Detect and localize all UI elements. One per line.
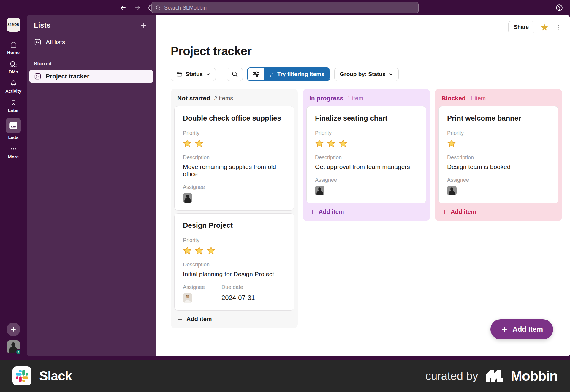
all-lists-icon xyxy=(34,38,42,46)
column-header: In progress 1 item xyxy=(306,92,426,106)
rail-bottom: z xyxy=(7,323,20,356)
rail-item-label: Lists xyxy=(8,135,18,140)
rail-item-label: DMs xyxy=(9,69,18,74)
rail-item-home[interactable]: Home xyxy=(7,41,20,55)
search-icon xyxy=(155,5,161,11)
curated-by-text: curated by xyxy=(425,370,478,382)
priority-stars xyxy=(183,246,286,255)
try-filtering-button[interactable]: Try filtering items xyxy=(264,68,330,80)
create-new-button[interactable] xyxy=(7,323,20,336)
card-title: Double check office supplies xyxy=(183,114,286,122)
rail-item-lists[interactable]: Lists xyxy=(6,118,21,140)
card-print-welcome-banner[interactable]: Print welcome banner Priority Descriptio… xyxy=(438,106,558,203)
rail-item-more[interactable]: More xyxy=(8,145,19,159)
help-icon xyxy=(555,4,563,12)
group-by-button[interactable]: Group by: Status xyxy=(334,68,398,81)
chevron-down-icon xyxy=(206,72,210,77)
list-icon xyxy=(34,72,42,80)
column-count: 1 item xyxy=(470,95,486,102)
forward-arrow-icon xyxy=(134,4,141,11)
assignee-label: Assignee xyxy=(315,177,418,183)
rail-item-later[interactable]: Later xyxy=(8,99,19,113)
sidebar-item-label: Project tracker xyxy=(46,73,89,80)
page-title: Project tracker xyxy=(171,45,570,58)
bell-icon xyxy=(10,79,17,87)
column-name: Not started xyxy=(177,95,210,102)
column-blocked: Blocked 1 item Print welcome banner Prio… xyxy=(435,89,562,221)
priority-label: Priority xyxy=(315,130,418,136)
description-value: Move remaining supplies from old office xyxy=(183,163,286,178)
lists-icon xyxy=(8,122,18,129)
description-value: Design team is booked xyxy=(447,163,550,170)
ellipsis-icon xyxy=(10,145,17,153)
lists-sidebar: Lists All lists Starred Project tracker xyxy=(27,15,156,356)
user-avatar[interactable]: z xyxy=(7,340,20,353)
assignee-label: Assignee xyxy=(183,184,286,190)
search-bar[interactable] xyxy=(151,2,419,13)
workspace: SLMOB Home DMs Activity Later xyxy=(0,15,570,360)
card-double-check-office-supplies[interactable]: Double check office supplies Priority De… xyxy=(174,106,294,211)
add-item-fab[interactable]: Add Item xyxy=(490,319,553,339)
rail-item-activity[interactable]: Activity xyxy=(5,79,21,94)
priority-label: Priority xyxy=(183,237,286,244)
workspace-switcher[interactable]: SLMOB xyxy=(7,18,20,32)
presence-badge: z xyxy=(15,349,21,355)
footer-attribution: curated by Mobbin xyxy=(425,368,558,384)
add-item-fab-label: Add Item xyxy=(512,325,543,333)
dms-icon xyxy=(10,60,17,68)
share-button[interactable]: Share xyxy=(508,21,534,33)
card-design-project[interactable]: Design Project Priority Description Init… xyxy=(174,213,294,311)
description-value: Initial planning for Design Project xyxy=(183,271,286,278)
description-value: Get approval from team managers xyxy=(315,163,418,170)
due-date-value: 2024-07-31 xyxy=(221,293,255,302)
lists-icon-active-bg xyxy=(6,118,21,133)
add-item-button[interactable]: Add item xyxy=(438,203,479,217)
description-label: Description xyxy=(183,262,286,268)
mobbin-logo xyxy=(485,370,504,382)
column-name: In progress xyxy=(309,95,343,102)
footer: Slack curated by Mobbin xyxy=(0,360,570,392)
kanban-board: Not started 2 items Double check office … xyxy=(171,89,570,328)
status-filter-button[interactable]: Status xyxy=(171,68,216,81)
try-filtering-label: Try filtering items xyxy=(277,71,324,78)
add-item-label: Add item xyxy=(186,316,212,323)
sidebar-item-all-lists[interactable]: All lists xyxy=(27,35,156,49)
assignee-avatar xyxy=(315,186,324,195)
kebab-menu-button[interactable] xyxy=(555,24,562,31)
column-header: Blocked 1 item xyxy=(438,92,558,106)
starred-section-label: Starred xyxy=(27,61,156,70)
assignee-label: Assignee xyxy=(447,177,550,183)
description-label: Description xyxy=(315,154,418,161)
help-button[interactable] xyxy=(554,2,565,13)
column-in-progress: In progress 1 item Finalize seating char… xyxy=(303,89,430,221)
status-filter-label: Status xyxy=(186,71,203,78)
lists-sidebar-header: Lists xyxy=(27,20,156,30)
back-button[interactable] xyxy=(118,3,128,13)
forward-button[interactable] xyxy=(132,3,142,13)
new-list-button[interactable] xyxy=(139,20,148,30)
add-item-button[interactable]: Add item xyxy=(174,311,215,325)
card-title: Finalize seating chart xyxy=(315,114,418,122)
search-items-button[interactable] xyxy=(227,68,243,81)
sidebar-item-project-tracker[interactable]: Project tracker xyxy=(29,70,153,83)
rail-item-label: Later xyxy=(8,108,19,113)
assignee-label: Assignee xyxy=(183,284,205,290)
filter-toolbar: Status Try filtering items xyxy=(171,67,570,81)
folder-icon xyxy=(176,71,183,78)
description-label: Description xyxy=(447,154,550,161)
main-content: Share Project tracker Status xyxy=(156,15,570,356)
add-item-label: Add item xyxy=(319,208,344,215)
rail-item-label: Home xyxy=(7,50,20,55)
priority-stars xyxy=(447,139,550,148)
filter-sliders-button[interactable] xyxy=(248,68,264,80)
assignee-avatar xyxy=(183,193,192,203)
toolbar-divider xyxy=(221,70,221,79)
column-name: Blocked xyxy=(441,95,466,102)
chevron-down-icon xyxy=(389,72,393,77)
rail-item-dms[interactable]: DMs xyxy=(9,60,18,74)
content-area: Lists All lists Starred Project tracker xyxy=(27,15,570,356)
favorite-star-button[interactable] xyxy=(540,23,549,31)
card-finalize-seating-chart[interactable]: Finalize seating chart Priority Descript… xyxy=(306,106,426,203)
add-item-button[interactable]: Add item xyxy=(306,203,347,217)
search-input[interactable] xyxy=(164,5,415,11)
